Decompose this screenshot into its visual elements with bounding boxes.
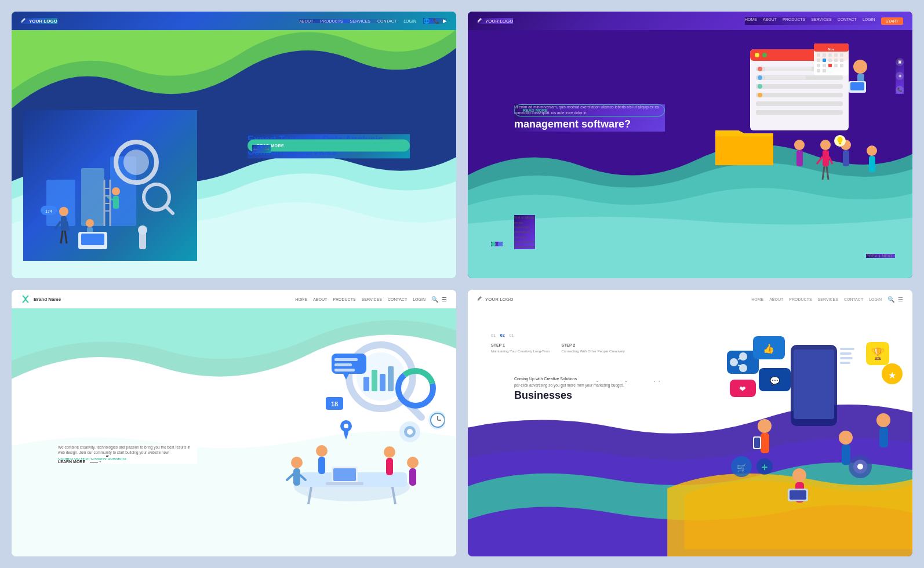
learn-more-text: LEARN MORE (58, 460, 85, 464)
nav3-login[interactable]: LOGIN (413, 297, 425, 301)
svg-point-135 (739, 364, 747, 372)
svg-rect-41 (765, 76, 806, 79)
svg-text:Nov: Nov (828, 48, 835, 51)
sidebar-icon-1[interactable]: ▣ (896, 58, 904, 66)
card3-learn-more[interactable]: LEARN MORE ——→ (58, 460, 197, 464)
svg-point-127 (407, 457, 419, 468)
svg-rect-166 (840, 348, 854, 350)
svg-point-5 (123, 150, 149, 175)
svg-point-43 (758, 84, 762, 89)
svg-rect-24 (81, 234, 104, 245)
nav3-products[interactable]: PRODUCTS (333, 297, 355, 301)
svg-rect-147 (754, 438, 760, 448)
card2-cta-button[interactable]: READ MORE (514, 104, 665, 116)
svg-point-125 (384, 446, 395, 458)
svg-point-134 (739, 352, 747, 361)
card4-nav-icons: 🔍 ☰ (887, 296, 903, 303)
nav-services[interactable]: SERVICES (350, 19, 370, 23)
nav2-about[interactable]: ABOUT (763, 17, 777, 25)
nav3-services[interactable]: SERVICES (362, 297, 382, 301)
svg-point-6 (59, 207, 68, 216)
svg-line-77 (827, 166, 828, 180)
svg-rect-149 (842, 445, 850, 465)
menu-icon-4[interactable]: ☰ (898, 296, 903, 303)
svg-rect-120 (293, 468, 300, 486)
nav4-about[interactable]: ABOUT (769, 297, 783, 301)
svg-rect-165 (837, 342, 857, 368)
card-workflow: YOUR LOGO HOME ABOUT PRODUCTS SERVICES C… (468, 12, 912, 278)
play-icon[interactable]: ▶ (443, 18, 447, 24)
workflow-ui-svg: Nov (698, 38, 895, 188)
svg-rect-167 (840, 352, 852, 355)
nav4-home[interactable]: HOME (751, 297, 763, 301)
svg-rect-57 (828, 53, 832, 57)
svg-point-45 (758, 93, 762, 97)
phone-icon[interactable]: 📞 (433, 18, 439, 24)
sidebar-icon-2[interactable]: ◈ (896, 72, 904, 80)
card2-pagination[interactable]: PREV 1 NEXT › (866, 254, 895, 258)
svg-line-76 (823, 166, 824, 180)
search-icon-4[interactable]: 🔍 (887, 296, 894, 303)
sidebar-icon-3[interactable]: 📞 (896, 86, 904, 94)
nav4-login[interactable]: LOGIN (869, 297, 882, 301)
nav2-services[interactable]: SERVICES (811, 17, 831, 25)
svg-point-105 (344, 424, 348, 428)
nav3-about[interactable]: ABOUT (313, 297, 327, 301)
card2-right-icons: ▣ ◈ 📞 (896, 58, 904, 94)
card-data-analysis: Brand Name HOME ABOUT PRODUCTS SERVICES … (12, 290, 456, 556)
svg-rect-42 (756, 84, 843, 89)
pencil-icon (21, 18, 27, 24)
nav-contact[interactable]: CONTACT (377, 19, 396, 23)
nav3-contact[interactable]: CONTACT (388, 297, 407, 301)
card1-arrows: ← → (252, 145, 271, 153)
card1-cta-button[interactable]: READ MORE (248, 140, 410, 152)
nav2-products[interactable]: PRODUCTS (783, 17, 805, 25)
step-num-01-1: 01 (491, 333, 496, 337)
nav-login[interactable]: LOGIN (403, 19, 416, 23)
svg-line-30 (166, 206, 173, 213)
prev-arrow[interactable]: ← (252, 145, 259, 153)
x-logo-icon (21, 294, 30, 304)
nav-about[interactable]: ABOUT (299, 19, 313, 23)
nav2-login[interactable]: LOGIN (863, 17, 875, 25)
dot-1 (491, 242, 496, 246)
start-button[interactable]: START (881, 17, 903, 25)
globe-icon[interactable]: 🌐 (423, 18, 430, 24)
svg-rect-92 (380, 374, 385, 391)
step-num-01-2: 01 (510, 333, 514, 337)
menu-icon-3[interactable]: ☰ (442, 296, 447, 303)
latest-news-text: Nisl ut aliquip ex ea commodo consequat.… (514, 215, 535, 249)
next-arrow[interactable]: → (264, 145, 271, 153)
svg-point-123 (316, 445, 328, 457)
svg-rect-70 (817, 69, 820, 72)
svg-rect-13 (113, 196, 119, 209)
card-social-media: YOUR LOGO HOME ABOUT PRODUCTS SERVICES C… (468, 290, 912, 556)
nav2-contact[interactable]: CONTACT (838, 17, 857, 25)
nav-products[interactable]: PRODUCTS (320, 19, 343, 23)
svg-rect-90 (363, 377, 369, 391)
nav4-contact[interactable]: CONTACT (844, 297, 863, 301)
svg-rect-7 (61, 216, 67, 231)
nav4-services[interactable]: SERVICES (818, 297, 838, 301)
step2-title: STEP 2 (561, 343, 624, 347)
svg-rect-47 (756, 110, 843, 115)
svg-point-84 (794, 140, 805, 150)
card4-logo-text: YOUR LOGO (485, 297, 513, 302)
svg-rect-128 (409, 468, 416, 486)
nav3-home[interactable]: HOME (295, 297, 307, 301)
search-icon-3[interactable]: 🔍 (431, 296, 438, 303)
card3-logo: Brand Name (21, 294, 61, 304)
nav2-home[interactable]: HOME (745, 17, 757, 25)
card2-dots (491, 242, 503, 246)
card2-nav: YOUR LOGO HOME ABOUT PRODUCTS SERVICES C… (468, 12, 912, 30)
svg-point-161 (876, 413, 890, 427)
step1-desc: Maintaining Your Creativity Long-Term (491, 349, 550, 354)
nav4-products[interactable]: PRODUCTS (789, 297, 812, 301)
card4-content: 01 02 01 Social Media Marketing for Busi… (491, 333, 642, 354)
svg-point-148 (839, 431, 853, 445)
svg-rect-145 (761, 433, 769, 453)
svg-point-37 (758, 67, 762, 71)
svg-rect-168 (840, 357, 853, 359)
svg-point-21 (86, 219, 94, 227)
svg-point-133 (730, 358, 738, 366)
